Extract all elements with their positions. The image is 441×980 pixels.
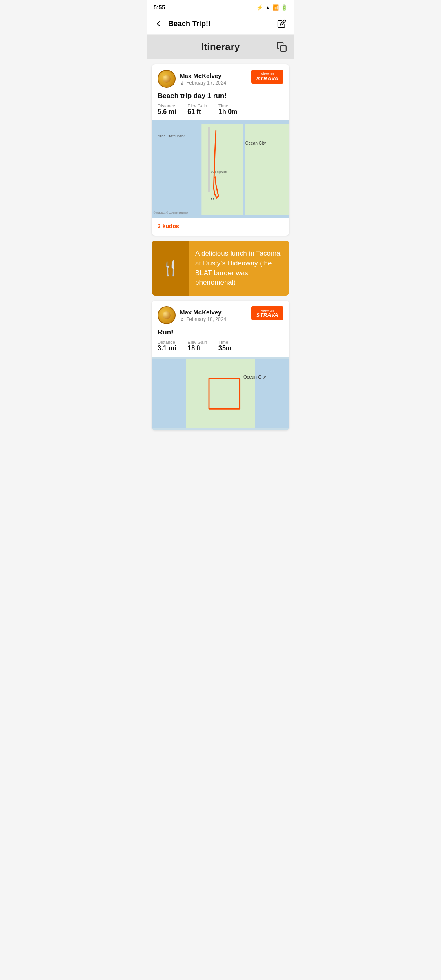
status-bar: 5:55 ⚡ ▲ 📶 🔋 — [147, 0, 294, 13]
svg-point-11 — [182, 318, 183, 319]
lunch-card: 🍴 A delicious lunch in Tacoma at Dusty's… — [152, 241, 289, 296]
signal-icon: 📶 — [272, 4, 279, 11]
copy-icon[interactable] — [276, 41, 287, 53]
user-name-1: Max McKelvey — [180, 72, 226, 79]
user-info-1: Max McKelvey February 17, 2024 — [158, 70, 226, 88]
edit-button[interactable] — [276, 18, 287, 29]
user-info-2: Max McKelvey February 18, 2024 — [158, 306, 226, 324]
run-icon-2 — [180, 317, 185, 322]
activity-stats-2: Distance 3.1 mi Elev Gain 18 ft Time 35m — [152, 340, 289, 357]
top-nav: Beach Trip!! — [147, 13, 294, 35]
activity-card-2: Max McKelvey February 18, 2024 View on S… — [152, 301, 289, 430]
back-button[interactable] — [154, 19, 163, 29]
activity-card-1: Max McKelvey February 17, 2024 View on S… — [152, 64, 289, 236]
itinerary-title: Itinerary — [201, 41, 240, 53]
content-area: Max McKelvey February 17, 2024 View on S… — [147, 59, 294, 435]
card-header-2: Max McKelvey February 18, 2024 View on S… — [152, 301, 289, 328]
svg-text:Sampson: Sampson — [211, 170, 227, 174]
avatar-1 — [158, 70, 176, 88]
status-icons: ⚡ ▲ 📶 🔋 — [256, 4, 287, 11]
activity-title-2: Run! — [152, 328, 289, 340]
status-time: 5:55 — [154, 4, 165, 11]
stat-time-2: Time 35m — [218, 340, 232, 352]
kudos-count-1: 3 kudos — [158, 223, 179, 229]
strava-button-1[interactable]: View on STRAVA — [251, 70, 283, 84]
user-date-2: February 18, 2024 — [180, 316, 226, 322]
svg-rect-4 — [245, 124, 289, 215]
activity-title-1: Beach trip day 1 run! — [152, 92, 289, 103]
svg-text:Ocean City: Ocean City — [243, 374, 266, 379]
stat-distance-1: Distance 5.6 mi — [158, 103, 176, 116]
page-title: Beach Trip!! — [168, 20, 276, 28]
stat-distance-2: Distance 3.1 mi — [158, 340, 176, 352]
svg-text:© Mapbox © OpenStreetMap: © Mapbox © OpenStreetMap — [154, 211, 188, 214]
bluetooth-icon: ⚡ — [256, 4, 263, 11]
svg-rect-3 — [201, 124, 243, 215]
activity-map-2: Ocean City — [152, 357, 289, 430]
utensils-icon: 🍴 — [161, 260, 180, 277]
lunch-description: A delicious lunch in Tacoma at Dusty's H… — [189, 241, 289, 296]
user-name-2: Max McKelvey — [180, 309, 226, 316]
card-header-1: Max McKelvey February 17, 2024 View on S… — [152, 64, 289, 92]
svg-text:Ocean City: Ocean City — [245, 141, 267, 145]
svg-rect-13 — [186, 359, 255, 428]
stat-time-1: Time 1h 0m — [218, 103, 237, 116]
stat-elevation-1: Elev Gain 61 ft — [187, 103, 207, 116]
strava-button-2[interactable]: View on STRAVA — [251, 306, 283, 320]
activity-map-1: Area State Park Ocean City Sampson O... … — [152, 120, 289, 218]
stat-elevation-2: Elev Gain 18 ft — [187, 340, 207, 352]
run-icon — [180, 80, 185, 85]
itinerary-header: Itinerary — [147, 35, 294, 59]
activity-stats-1: Distance 5.6 mi Elev Gain 61 ft Time 1h … — [152, 103, 289, 120]
battery-icon: 🔋 — [281, 4, 287, 11]
svg-text:Area State Park: Area State Park — [158, 134, 185, 138]
user-date-1: February 17, 2024 — [180, 80, 226, 86]
avatar-2 — [158, 306, 176, 324]
svg-point-1 — [182, 81, 183, 82]
lunch-icon-area: 🍴 — [152, 241, 189, 296]
kudos-row-1: 3 kudos — [152, 218, 289, 236]
svg-rect-0 — [281, 46, 286, 51]
wifi-icon: ▲ — [265, 4, 270, 11]
svg-text:O...: O... — [211, 197, 216, 201]
